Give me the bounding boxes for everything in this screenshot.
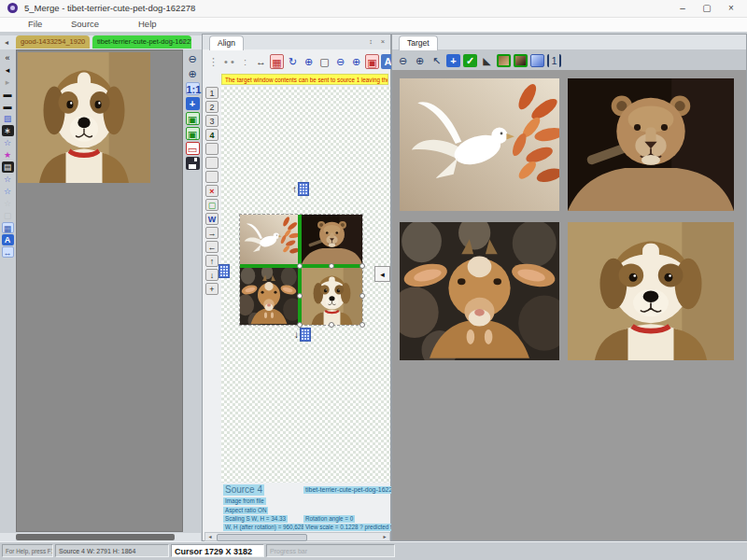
star-disabled-icon[interactable]: ☆ [2,198,14,209]
tab-target[interactable]: Target [399,35,438,50]
dots-small-icon[interactable]: • • [222,54,236,69]
star-magenta-icon[interactable]: ★ [2,149,14,161]
prev-source-icon[interactable]: ◂ [2,64,14,76]
row-insert-top-marker[interactable]: ↑ [292,182,309,196]
merge-preview[interactable] [239,214,363,326]
text-tool-icon[interactable]: A [2,234,14,245]
source-4-button[interactable]: 4 [205,129,218,141]
tab-source-good[interactable]: good-1433254_1920 [16,35,90,49]
move-down-button[interactable]: ↓ [205,269,218,281]
width-tool-button[interactable]: W [205,213,218,225]
frame-toggle-button[interactable]: ▢ [205,199,218,211]
pointer-icon[interactable]: ↖ [430,54,444,67]
target-cell-goat[interactable] [400,222,559,360]
grid-snap-icon[interactable]: ▦ [270,54,284,69]
menu-file[interactable]: File [28,19,42,29]
move-up-button[interactable]: ↑ [205,255,218,267]
move-free-button[interactable]: + [205,283,218,295]
next-source-icon[interactable]: ▸ [2,77,14,88]
zoom-out-icon[interactable]: ⊖ [333,54,347,69]
grid-tool-icon[interactable]: ▦ [2,222,14,233]
source-2-button[interactable]: 2 [205,101,218,113]
selection-handle[interactable] [329,322,334,328]
scroll-left-icon[interactable]: ◂ [205,533,215,540]
selection-handle[interactable] [359,322,365,328]
tab-close-icon[interactable]: × [178,36,189,48]
zoom-out-icon[interactable]: ⊖ [396,54,410,67]
pan-icon[interactable]: + [446,54,460,67]
star-small-icon[interactable]: ☆ [2,174,14,185]
col-marker-right[interactable]: ◂ [374,266,390,282]
film-stars-icon[interactable]: ▤ [2,161,14,173]
pin-icon[interactable]: ↕ [366,36,375,47]
source-6-button[interactable] [205,157,218,169]
stretch-icon[interactable]: ↔ [254,54,268,69]
preview-cell-puppy[interactable] [302,268,362,325]
align-canvas[interactable]: ↑ ↓ ◂ [221,87,390,483]
crop-icon[interactable]: ▭ [186,142,200,155]
menu-source[interactable]: Source [71,19,99,29]
tab-scroll-left-icon[interactable]: ◂ [1,36,12,49]
handle-dots-icon[interactable]: ⋮ [206,54,220,69]
close-icon[interactable]: × [378,36,388,47]
selection-handle[interactable] [329,263,334,269]
source-1-button[interactable]: 1 [205,87,218,99]
line-thick-icon[interactable]: ▬ [2,89,14,100]
delete-source-button[interactable]: × [205,185,218,197]
thumb-source1-icon[interactable] [497,54,511,67]
menu-help[interactable]: Help [138,19,157,29]
target-cell-puppy[interactable] [568,222,734,360]
preview-cell-dove[interactable] [240,215,298,264]
send-to-source-icon[interactable]: ✓ [463,54,477,67]
preview-cell-goat[interactable] [240,268,298,325]
box-disabled-icon[interactable]: ▢ [2,210,14,221]
paste-image-icon[interactable]: ▣ [186,127,200,140]
stars-effect-icon[interactable]: ∗ [2,125,14,136]
col-marker-left[interactable] [218,264,230,278]
tab-updown-icon[interactable]: ↕ [164,36,175,48]
save-icon[interactable] [186,157,200,170]
maximize-button[interactable]: ▢ [695,0,719,17]
zoom-in-icon[interactable]: ⊕ [302,54,316,69]
selection-handle[interactable] [297,263,303,269]
viewer-hscroll-thumb[interactable] [16,534,175,540]
minimize-button[interactable]: – [670,0,695,17]
zoom-in-icon[interactable]: ⊕ [413,54,427,67]
frame-image-icon[interactable]: ▣ [365,54,379,69]
zoom-in-icon[interactable]: ⊕ [186,67,200,80]
row-insert-bottom-marker[interactable]: ↓ [294,328,311,342]
thumb-blue-icon[interactable] [530,54,544,67]
triangle-mask-icon[interactable]: ◣ [480,54,494,67]
target-canvas[interactable] [392,70,746,540]
selection-handle[interactable] [297,322,303,328]
image-tool-icon[interactable]: ▨ [2,113,14,124]
zoom-area-icon[interactable]: ⊕ [349,54,363,69]
align-hscroll-thumb[interactable] [217,534,307,541]
star-large-icon[interactable]: ☆ [2,186,14,197]
zoom-100-icon[interactable]: 1:1 [186,82,200,95]
scroll-right-icon[interactable]: ▸ [380,533,389,540]
selection-handle[interactable] [359,263,365,269]
swap-arrows-icon[interactable]: ↔ [2,246,14,258]
thumb-source2-icon[interactable] [514,54,528,67]
align-hscrollbar[interactable]: ◂ ▸ [204,532,390,541]
selection-handle[interactable] [359,293,365,299]
preview-cell-lioness[interactable] [302,215,362,264]
first-source-icon[interactable]: « [2,52,14,63]
source-7-button[interactable] [205,171,218,183]
close-button[interactable]: × [719,0,743,17]
move-left-button[interactable]: ← [205,241,218,253]
tab-align[interactable]: Align [209,35,244,50]
source-5-button[interactable] [205,143,218,155]
rotate-icon[interactable]: ↻ [286,54,300,69]
copy-image-icon[interactable]: ▣ [186,112,200,125]
move-right-button[interactable]: → [205,227,218,239]
viewer-hscrollbar[interactable] [0,533,201,541]
zoom-out-icon[interactable]: ⊖ [186,52,200,65]
line-thin-icon[interactable]: ▬ [2,101,14,112]
selection-handle[interactable] [297,293,303,299]
target-cell-lioness[interactable] [568,78,734,211]
source-3-button[interactable]: 3 [205,115,218,127]
split-view-icon[interactable]: 1 [547,54,561,67]
source-viewer[interactable] [16,49,183,532]
